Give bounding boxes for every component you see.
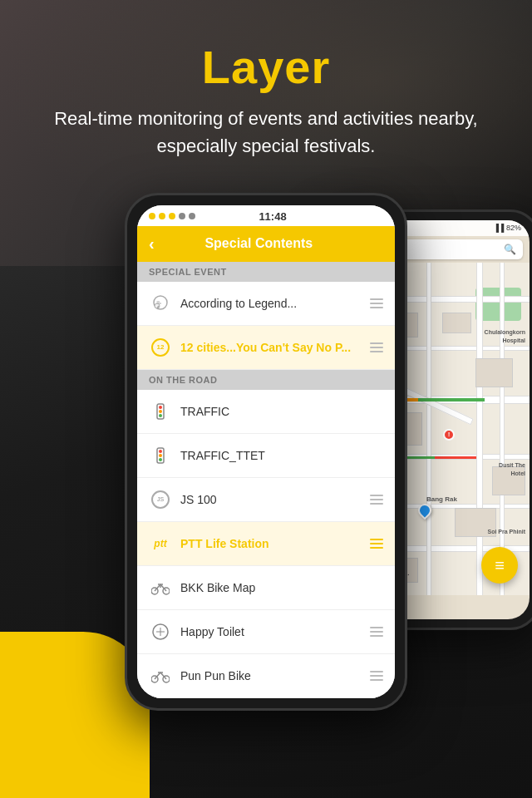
map-label-hospital: Hospital xyxy=(502,337,525,343)
item-label-traffic-ttet: TRAFFIC_TTET xyxy=(180,449,383,462)
phone-front-inner: 11:48 ‹ Special Contents SPECIAL EVENT xyxy=(137,205,395,698)
item-label-bkk-bike: BKK Bike Map xyxy=(180,581,383,594)
traffic-red-1 xyxy=(435,456,476,459)
search-icon: 🔍 xyxy=(504,244,516,255)
road-v4 xyxy=(500,263,505,595)
svg-point-10 xyxy=(159,450,162,453)
menu-icon-12cities xyxy=(370,342,383,352)
back-button[interactable]: ‹ xyxy=(149,234,155,254)
svg-point-7 xyxy=(159,410,162,413)
map-fab-button[interactable]: ≡ xyxy=(481,547,518,584)
special-event-section-header: SPECIAL EVENT xyxy=(137,262,395,282)
toilet-icon xyxy=(149,620,172,643)
building-3 xyxy=(475,358,513,387)
chat-icon xyxy=(149,292,172,315)
svg-point-12 xyxy=(159,458,162,461)
list-item-ptt[interactable]: ptt PTT Life Station xyxy=(137,522,395,566)
menu-icon-ptt xyxy=(370,539,383,549)
list-item-pun-pun-bike[interactable]: Pun Pun Bike xyxy=(137,654,395,698)
item-label-pun-pun-bike: Pun Pun Bike xyxy=(180,669,362,682)
svg-point-6 xyxy=(159,406,162,409)
phones-container: 11:48 ‹ Special Contents SPECIAL EVENT xyxy=(0,193,532,711)
app-header-title: Special Contents xyxy=(163,236,355,251)
menu-icon-happy-toilet xyxy=(370,627,383,637)
traffic-ttet-icon xyxy=(149,444,172,467)
red-marker: ! xyxy=(443,429,455,441)
list-item-according-to-legend[interactable]: According to Legend... xyxy=(137,282,395,326)
svg-point-8 xyxy=(159,414,162,417)
map-fab-icon: ≡ xyxy=(495,557,505,574)
item-label-happy-toilet: Happy Toilet xyxy=(180,625,362,638)
menu-icon-js100 xyxy=(370,495,383,505)
list-item-traffic[interactable]: TRAFFIC xyxy=(137,390,395,434)
list-item-12cities[interactable]: 12 12 cities...You Can't Say No P... xyxy=(137,326,395,370)
item-label-traffic: TRAFFIC xyxy=(180,405,383,418)
ptt-icon: ptt xyxy=(149,532,172,555)
ptt-logo-text: ptt xyxy=(154,538,166,549)
page-subtitle: Real-time monitoring of events and activ… xyxy=(33,105,499,160)
list-item-happy-toilet[interactable]: Happy Toilet xyxy=(137,610,395,654)
list-item-traffic-ttet[interactable]: TRAFFIC_TTET xyxy=(137,434,395,478)
item-label-js100: JS 100 xyxy=(180,493,362,506)
dot-5 xyxy=(189,213,195,219)
status-dots xyxy=(149,213,195,219)
list-item-bkk-bike[interactable]: BKK Bike Map xyxy=(137,566,395,610)
app-header: ‹ Special Contents xyxy=(137,226,395,262)
item-label-ptt: PTT Life Station xyxy=(180,537,362,550)
status-bar: 11:48 xyxy=(137,205,395,226)
dot-2 xyxy=(159,213,165,219)
traffic-green-2 xyxy=(418,398,485,401)
item-label-12cities: 12 cities...You Can't Say No P... xyxy=(180,341,362,354)
map-label-chula: Chulalongkorn xyxy=(485,329,525,335)
phone-front: 11:48 ‹ Special Contents SPECIAL EVENT xyxy=(125,193,407,711)
road-v3 xyxy=(476,263,483,595)
js100-icon: JS xyxy=(149,488,172,511)
page-title: Layer xyxy=(33,42,499,93)
menu-icon-legend xyxy=(370,298,383,308)
item-label-legend: According to Legend... xyxy=(180,297,362,310)
map-label-dusit: Dusit The xyxy=(499,462,525,468)
badge-12-icon: 12 xyxy=(149,336,172,359)
status-time: 11:48 xyxy=(259,210,286,223)
menu-icon-pun-pun xyxy=(370,671,383,681)
header-section: Layer Real-time monitoring of events and… xyxy=(0,0,532,176)
traffic-icon xyxy=(149,400,172,423)
number-badge: 12 xyxy=(151,338,170,357)
dot-4 xyxy=(179,213,185,219)
pun-pun-icon xyxy=(149,664,172,687)
building-2 xyxy=(442,313,471,333)
map-label-bangrak: Bang Rak xyxy=(426,495,457,503)
map-label-hotel: Hotel xyxy=(511,470,526,476)
list-item-js100[interactable]: JS JS 100 xyxy=(137,478,395,522)
dot-3 xyxy=(169,213,175,219)
dot-1 xyxy=(149,213,155,219)
bike-icon xyxy=(149,576,172,599)
svg-point-11 xyxy=(159,454,162,457)
road-v2 xyxy=(426,263,431,595)
js-circle: JS xyxy=(151,490,170,509)
on-the-road-section-header: ON THE ROAD xyxy=(137,370,395,390)
map-signal: ▐▐ 82% xyxy=(494,224,521,232)
map-label-soi: Soi Pra Phinit xyxy=(487,529,525,534)
